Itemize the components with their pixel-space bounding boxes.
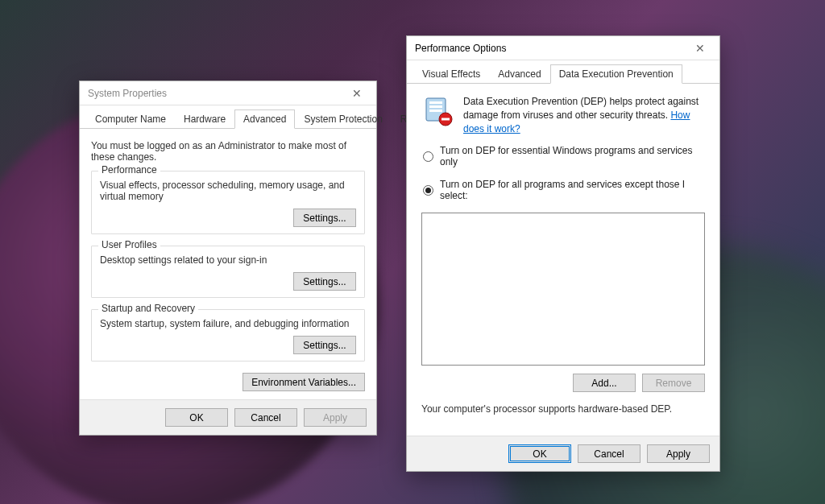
dialog-footer: OK Cancel Apply	[80, 399, 376, 435]
group-desc: Desktop settings related to your sign-in	[100, 254, 356, 266]
dep-desc-text: Data Execution Prevention (DEP) helps pr…	[463, 96, 699, 121]
tab-hardware[interactable]: Hardware	[175, 109, 234, 129]
performance-settings-button[interactable]: Settings...	[293, 209, 356, 227]
dep-status-text: Your computer's processor supports hardw…	[421, 403, 705, 415]
dialog-footer: OK Cancel Apply	[407, 436, 719, 471]
svg-rect-3	[429, 109, 442, 112]
svg-rect-1	[429, 101, 442, 104]
system-properties-window: System Properties ✕ Computer Name Hardwa…	[79, 81, 377, 436]
group-title: Startup and Recovery	[98, 303, 198, 314]
dep-shield-icon	[421, 95, 454, 127]
svg-rect-2	[429, 105, 442, 108]
titlebar[interactable]: Performance Options ✕	[407, 36, 719, 60]
close-icon[interactable]: ✕	[342, 84, 371, 103]
tab-computer-name[interactable]: Computer Name	[86, 109, 175, 129]
tab-system-protection[interactable]: System Protection	[295, 109, 391, 129]
performance-options-window: Performance Options ✕ Visual Effects Adv…	[406, 35, 720, 472]
svg-rect-5	[442, 118, 450, 121]
cancel-button[interactable]: Cancel	[234, 408, 297, 427]
tab-dep[interactable]: Data Execution Prevention	[550, 64, 682, 84]
group-title: Performance	[98, 164, 160, 176]
tabs-row: Computer Name Hardware Advanced System P…	[80, 105, 376, 129]
close-icon[interactable]: ✕	[686, 39, 715, 58]
user-profiles-settings-button[interactable]: Settings...	[293, 272, 356, 291]
dep-radio-essential[interactable]: Turn on DEP for essential Windows progra…	[423, 145, 705, 167]
remove-button[interactable]: Remove	[642, 374, 705, 392]
group-performance: Performance Visual effects, processor sc…	[91, 171, 365, 234]
startup-recovery-settings-button[interactable]: Settings...	[293, 336, 356, 354]
titlebar-title: Performance Options	[415, 43, 506, 54]
group-user-profiles: User Profiles Desktop settings related t…	[91, 246, 365, 298]
radio-icon	[423, 151, 433, 162]
ok-button[interactable]: OK	[508, 444, 571, 463]
apply-button[interactable]: Apply	[647, 444, 710, 463]
add-button[interactable]: Add...	[573, 374, 636, 392]
radio-label: Turn on DEP for essential Windows progra…	[440, 145, 705, 167]
radio-icon	[423, 185, 433, 196]
ok-button[interactable]: OK	[165, 408, 228, 427]
tab-advanced[interactable]: Advanced	[234, 109, 295, 129]
tabs-row: Visual Effects Advanced Data Execution P…	[407, 60, 719, 84]
tab-visual-effects[interactable]: Visual Effects	[413, 64, 489, 84]
apply-button[interactable]: Apply	[304, 408, 367, 427]
group-desc: Visual effects, processor scheduling, me…	[100, 180, 356, 202]
window-body: Data Execution Prevention (DEP) helps pr…	[407, 84, 719, 436]
dep-radio-all-except[interactable]: Turn on DEP for all programs and service…	[423, 179, 705, 201]
radio-label: Turn on DEP for all programs and service…	[440, 179, 705, 201]
group-startup-recovery: Startup and Recovery System startup, sys…	[91, 309, 365, 361]
cancel-button[interactable]: Cancel	[578, 444, 641, 463]
dep-description: Data Execution Prevention (DEP) helps pr…	[463, 95, 705, 135]
tab-advanced[interactable]: Advanced	[489, 64, 549, 84]
dep-exceptions-listbox[interactable]	[421, 213, 705, 366]
titlebar[interactable]: System Properties ✕	[80, 81, 376, 105]
admin-info-text: You must be logged on as an Administrato…	[91, 140, 365, 163]
group-title: User Profiles	[98, 239, 160, 250]
titlebar-title: System Properties	[88, 88, 167, 99]
window-body: You must be logged on as an Administrato…	[80, 129, 376, 399]
environment-variables-button[interactable]: Environment Variables...	[243, 373, 365, 391]
group-desc: System startup, system failure, and debu…	[100, 318, 356, 329]
